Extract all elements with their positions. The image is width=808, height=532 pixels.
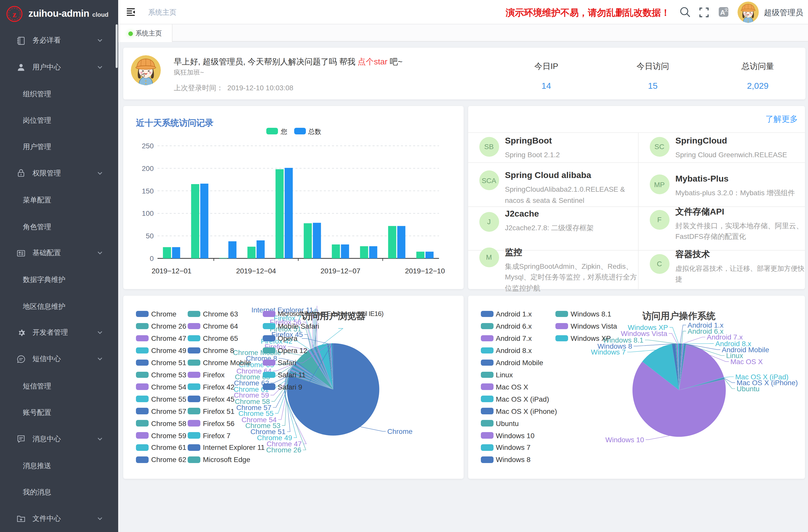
svg-text:文: 文 [724, 7, 728, 12]
svg-text:Chrome: Chrome [387, 427, 412, 435]
svg-text:250: 250 [142, 142, 153, 150]
svg-text:Chrome 26: Chrome 26 [266, 446, 301, 454]
svg-text:200: 200 [142, 164, 153, 172]
svg-text:100: 100 [142, 209, 153, 217]
svg-text:2019−12−04: 2019−12−04 [236, 267, 276, 275]
svg-text:50: 50 [146, 232, 153, 240]
svg-text:Mac OS X: Mac OS X [730, 357, 763, 365]
svg-text:z: z [13, 10, 16, 19]
svg-text:Windows 7: Windows 7 [591, 348, 625, 356]
svg-text:Windows 10: Windows 10 [605, 436, 644, 443]
svg-text:0: 0 [149, 254, 153, 262]
svg-text:2019−12−07: 2019−12−07 [320, 267, 360, 275]
svg-text:150: 150 [142, 187, 153, 195]
svg-text:Ubuntu: Ubuntu [736, 385, 759, 392]
svg-text:2019−12−10: 2019−12−10 [405, 267, 445, 275]
svg-text:2019−12−01: 2019−12−01 [151, 267, 191, 275]
